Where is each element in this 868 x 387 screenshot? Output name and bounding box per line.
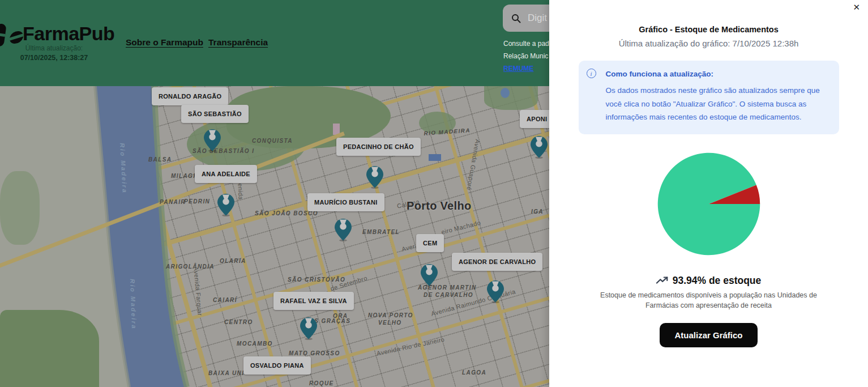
info-body: Os dados mostrados neste gráfico são atu… <box>606 84 828 124</box>
refresh-chart-button[interactable]: Atualizar Gráfico <box>660 323 757 347</box>
close-icon[interactable]: ✕ <box>853 2 860 12</box>
stock-description: Estoque de medicamentos disponíveis a po… <box>590 290 828 311</box>
app-root: FarmaPub Última atualização: 07/10/2025,… <box>0 0 868 387</box>
info-icon: i <box>587 69 596 78</box>
remume-line1: Consulte a pad <box>503 37 549 50</box>
last-update-block: Última atualização: 07/10/2025, 12:38:27 <box>16 44 92 62</box>
last-update-value: 07/10/2025, 12:38:27 <box>16 54 92 62</box>
map[interactable]: BALSAMILAGRPANAIRPEDRINCONQUISTASÃO SEBA… <box>0 86 549 387</box>
remume-link[interactable]: REMUME <box>503 65 533 73</box>
search-icon <box>511 14 521 23</box>
brand-title: FarmaPub <box>23 23 114 45</box>
remume-block: Consulte a pad Relação Munic REMUME <box>503 37 549 75</box>
panel-subtitle: Última atualização do gráfico: 7/10/2025… <box>619 39 799 48</box>
info-box: i Como funciona a atualização: Os dados … <box>579 61 839 134</box>
remume-line2: Relação Munic <box>503 50 549 62</box>
chart-panel: ✕ Gráfico - Estoque de Medicamentos Últi… <box>549 0 868 387</box>
nav-link-transparencia[interactable]: Transparência <box>208 37 268 48</box>
stock-percentage: 93.94% de estoque <box>673 275 762 287</box>
panel-title: Gráfico - Estoque de Medicamentos <box>639 25 779 34</box>
info-title: Como funciona a atualização: <box>606 70 828 78</box>
map-dim-overlay <box>0 86 549 387</box>
stock-pie-chart <box>655 150 763 260</box>
trending-up-icon <box>656 275 669 286</box>
nav-link-sobre[interactable]: Sobre o Farmapub <box>126 37 203 48</box>
last-update-label: Última atualização: <box>16 44 92 52</box>
stat-row: 93.94% de estoque <box>656 275 762 287</box>
